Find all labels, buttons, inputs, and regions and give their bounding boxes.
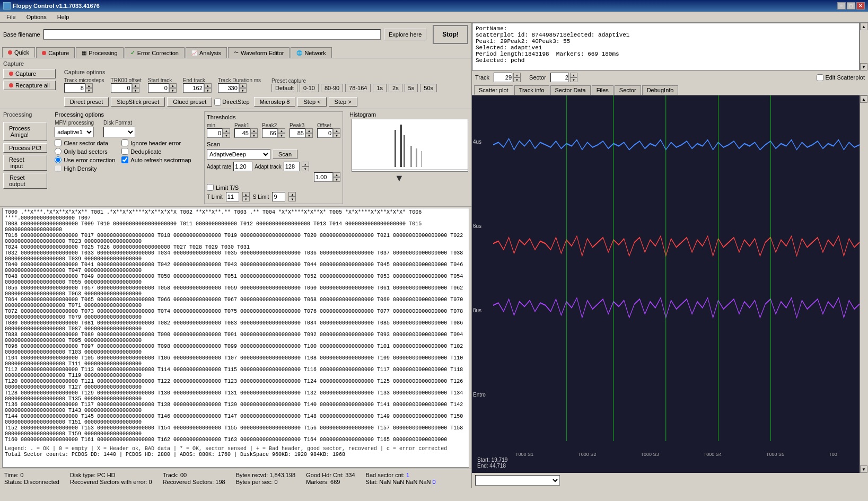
- track-down-arrow[interactable]: ▼: [513, 77, 521, 82]
- microstep8-button[interactable]: Microstep 8: [254, 97, 296, 107]
- deduplicate-checkbox[interactable]: [121, 148, 128, 155]
- start-track-up[interactable]: ▲: [169, 83, 177, 88]
- recapture-all-button[interactable]: Recapture all: [3, 81, 56, 90]
- bottom-select[interactable]: [475, 475, 560, 486]
- direct-preset-button[interactable]: Direct preset: [64, 97, 109, 107]
- peak3-input[interactable]: [290, 128, 305, 138]
- tab-scatter-plot[interactable]: Scatter plot: [474, 85, 513, 95]
- scatter-scroll-up-icon[interactable]: ▲: [860, 95, 867, 103]
- offset-input[interactable]: [317, 128, 333, 138]
- peak3-up[interactable]: ▲: [305, 128, 313, 133]
- s-limit-up[interactable]: ▲: [288, 192, 296, 197]
- only-bad-sectors-check[interactable]: Only bad sectors: [55, 148, 115, 155]
- glued-preset-button[interactable]: Glued preset: [167, 97, 212, 107]
- use-error-correction-radio[interactable]: [55, 156, 62, 163]
- adapt-rate2-input[interactable]: [314, 172, 333, 182]
- preset-2s-button[interactable]: 2s: [389, 84, 402, 92]
- tab-sector-data[interactable]: Sector Data: [550, 85, 591, 95]
- maximize-button[interactable]: □: [847, 2, 855, 10]
- start-track-input[interactable]: [148, 83, 169, 93]
- directstep-checkbox[interactable]: [214, 99, 221, 106]
- s-limit-down[interactable]: ▼: [288, 197, 296, 201]
- preset-80-90-button[interactable]: 80-90: [321, 84, 343, 92]
- edit-scatter-checkbox[interactable]: [817, 74, 823, 81]
- peak2-down[interactable]: ▼: [278, 133, 285, 138]
- disk-format-select[interactable]: [103, 127, 135, 137]
- peak1-input[interactable]: [234, 128, 250, 138]
- s-limit-input[interactable]: [272, 192, 285, 201]
- offset-down[interactable]: ▼: [333, 133, 340, 138]
- scatter-scrollbar[interactable]: ▲ ▼: [860, 95, 868, 473]
- tab-analysis[interactable]: 📈 Analysis: [186, 47, 227, 58]
- preset-78-164-button[interactable]: 78-164: [345, 84, 371, 92]
- ignore-header-check[interactable]: Ignore header error: [121, 139, 191, 146]
- clear-sector-check[interactable]: Clear sector data: [55, 139, 115, 146]
- track-microsteps-input[interactable]: [64, 83, 85, 93]
- only-bad-sectors-radio[interactable]: [55, 148, 62, 155]
- peak2-input[interactable]: [262, 128, 278, 138]
- start-track-down[interactable]: ▼: [169, 88, 177, 93]
- track-value-input[interactable]: [494, 73, 512, 82]
- trk00-down[interactable]: ▼: [132, 88, 139, 93]
- process-pc-button[interactable]: Process PC!: [3, 143, 47, 153]
- t-limit-up[interactable]: ▲: [242, 192, 250, 197]
- scan-type-select[interactable]: AdaptiveDeep: [207, 149, 270, 160]
- min-input[interactable]: [207, 128, 223, 138]
- capture-button[interactable]: Capture: [3, 69, 56, 78]
- deduplicate-check[interactable]: Deduplicate: [121, 148, 191, 155]
- track-duration-input[interactable]: [218, 83, 239, 93]
- end-track-down[interactable]: ▼: [204, 88, 212, 93]
- end-track-input[interactable]: [183, 83, 204, 93]
- adapt-track-input[interactable]: [284, 162, 300, 171]
- process-amiga-button[interactable]: Process Amiga!: [3, 122, 47, 141]
- scatter-scroll-down-icon[interactable]: ▼: [860, 465, 867, 473]
- high-density-check[interactable]: High Density: [55, 165, 115, 172]
- t-limit-down[interactable]: ▼: [242, 197, 250, 201]
- scroll-up-icon[interactable]: ▲: [860, 23, 867, 30]
- high-density-checkbox[interactable]: [55, 165, 62, 172]
- step-forward-button[interactable]: Step >: [329, 97, 357, 107]
- reset-output-button[interactable]: Reset output: [3, 173, 47, 189]
- scroll-down-icon[interactable]: ▼: [860, 63, 867, 71]
- stepstick-preset-button[interactable]: StepStick preset: [111, 97, 165, 107]
- preset-50s-button[interactable]: 50s: [420, 84, 437, 92]
- menu-options[interactable]: Options: [22, 13, 51, 21]
- tab-capture[interactable]: Capture: [36, 47, 75, 58]
- mfm-select[interactable]: adaptive1: [55, 127, 94, 137]
- tab-track-info[interactable]: Track info: [514, 85, 549, 95]
- adapt-rate2-down[interactable]: ▼: [333, 177, 340, 182]
- trk00-up[interactable]: ▲: [132, 83, 139, 88]
- sector-up-arrow[interactable]: ▲: [570, 73, 577, 77]
- tab-sector[interactable]: Sector: [615, 85, 641, 95]
- track-microsteps-down[interactable]: ▼: [85, 88, 93, 93]
- track-up-arrow[interactable]: ▲: [513, 73, 521, 77]
- sector-down-arrow[interactable]: ▼: [570, 77, 577, 82]
- sector-value-input[interactable]: [550, 73, 569, 82]
- preset-0-10-button[interactable]: 0-10: [300, 84, 319, 92]
- adapt-rate-input[interactable]: [233, 162, 252, 171]
- tab-files[interactable]: Files: [592, 85, 613, 95]
- adapt-track-down[interactable]: ▼: [302, 166, 309, 171]
- menu-file[interactable]: File: [2, 13, 20, 21]
- reset-input-button[interactable]: Reset input: [3, 155, 47, 171]
- menu-help[interactable]: Help: [53, 13, 74, 21]
- limit-ts-check[interactable]: Limit T/S: [207, 184, 239, 191]
- minimize-button[interactable]: −: [837, 2, 846, 10]
- track-duration-up[interactable]: ▲: [239, 83, 247, 88]
- step-back-button[interactable]: Step <: [297, 97, 326, 107]
- adapt-rate2-up[interactable]: ▲: [333, 172, 340, 177]
- adapt-track-up[interactable]: ▲: [302, 162, 309, 166]
- tab-quick[interactable]: Quick: [2, 47, 35, 58]
- offset-up[interactable]: ▲: [333, 128, 340, 133]
- use-error-correction-check[interactable]: Use error correction: [55, 156, 115, 163]
- base-filename-input[interactable]: [43, 29, 381, 40]
- min-down[interactable]: ▼: [223, 133, 230, 138]
- tab-error-correction[interactable]: ✓ Error Correction: [125, 47, 185, 58]
- info-scrollbar[interactable]: ▲ ▼: [860, 23, 868, 71]
- peak2-up[interactable]: ▲: [278, 128, 285, 133]
- explore-button[interactable]: Explore here: [384, 29, 426, 40]
- tab-debug-info[interactable]: DebugInfo: [642, 85, 679, 95]
- auto-refresh-check[interactable]: Auto refresh sectormap: [121, 156, 191, 163]
- end-track-up[interactable]: ▲: [204, 83, 212, 88]
- auto-refresh-checkbox[interactable]: [121, 156, 128, 163]
